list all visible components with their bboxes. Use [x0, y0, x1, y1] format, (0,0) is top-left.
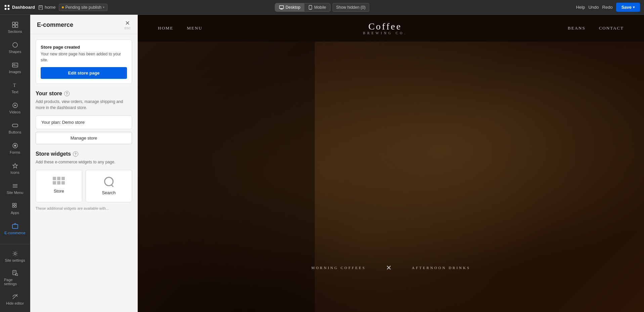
icons-label: Icons — [10, 170, 19, 174]
menu-icon — [12, 183, 18, 189]
page-breadcrumb[interactable]: home — [38, 5, 56, 10]
undo-button[interactable]: Undo — [588, 5, 599, 10]
preview-iframe[interactable]: HOME MENU Coffee BREWING CO. BEANS CONTA… — [138, 15, 644, 312]
store-widget-card[interactable]: Store — [36, 170, 82, 202]
sidebar-item-buttons[interactable]: Buttons — [2, 119, 28, 138]
plan-box: Your plan: Demo store — [36, 115, 132, 129]
sidebar-bottom: Site settings Page settings Hide editor — [0, 244, 30, 309]
site-logo-sub: BREWING CO. — [363, 31, 407, 35]
nav-home[interactable]: HOME — [158, 25, 173, 31]
esc-label: ESC — [124, 27, 131, 30]
sidebar-item-site-settings[interactable]: Site settings — [2, 247, 28, 266]
your-store-help-icon[interactable]: ? — [64, 91, 70, 96]
sidebar-item-text[interactable]: T Text — [2, 79, 28, 97]
nav-contact[interactable]: CONTACT — [599, 25, 624, 31]
desktop-button[interactable]: Desktop — [275, 3, 304, 11]
svg-rect-31 — [12, 206, 14, 207]
store-widgets-help-icon[interactable]: ? — [73, 151, 78, 157]
store-widgets-title: Store widgets ? — [36, 151, 132, 157]
page-name: home — [45, 5, 56, 10]
site-hero: MORNING COFFEES ✕ AFTERNOON DRINKS — [138, 42, 644, 312]
sidebar-item-sections[interactable]: Sections — [2, 18, 28, 37]
sidebar-item-site-menu[interactable]: Site Menu — [2, 179, 28, 198]
show-hidden-button[interactable]: Show hidden (0) — [333, 3, 369, 12]
svg-rect-1 — [8, 5, 9, 6]
svg-rect-7 — [280, 5, 284, 8]
save-label: Save — [621, 5, 632, 10]
svg-rect-15 — [12, 25, 15, 28]
panel-header: E-commerce ✕ ESC — [30, 15, 137, 34]
sidebar-item-page-settings[interactable]: Page settings — [2, 266, 28, 289]
notice-title: Store page created — [41, 45, 127, 50]
nav-menu[interactable]: MENU — [187, 25, 202, 31]
buttons-icon — [12, 122, 18, 129]
page-settings-label: Page settings — [4, 278, 26, 286]
svg-rect-23 — [12, 124, 18, 127]
svg-rect-3 — [8, 8, 9, 9]
apps-label: Apps — [11, 211, 19, 215]
pending-chevron-icon: ▾ — [103, 5, 104, 9]
svg-rect-16 — [15, 25, 18, 28]
site-preview-area: HOME MENU Coffee BREWING CO. BEANS CONTA… — [138, 15, 644, 312]
sidebar-item-videos[interactable]: Videos — [2, 99, 28, 117]
svg-point-12 — [310, 8, 311, 9]
site-nav-right: BEANS CONTACT — [568, 25, 624, 31]
hide-icon — [12, 293, 18, 300]
sidebar-item-shapes[interactable]: Shapes — [2, 38, 28, 57]
images-icon — [12, 62, 18, 68]
search-widget-card[interactable]: Search — [86, 170, 132, 202]
svg-rect-13 — [12, 22, 15, 24]
site-logo-main: Coffee — [363, 22, 407, 31]
panel-body: Store page created Your new store page h… — [30, 34, 137, 217]
tab-morning[interactable]: MORNING COFFEES — [311, 266, 366, 270]
hide-editor-label: Hide editor — [6, 301, 24, 305]
svg-rect-33 — [12, 224, 18, 228]
sidebar-item-icons[interactable]: Icons — [2, 159, 28, 178]
nav-beans[interactable]: BEANS — [568, 25, 586, 31]
svg-rect-2 — [5, 8, 6, 9]
sidebar-item-apps[interactable]: Apps — [2, 199, 28, 218]
icons-icon — [12, 162, 18, 169]
close-icon: ✕ — [125, 20, 130, 26]
hero-tabs: MORNING COFFEES ✕ AFTERNOON DRINKS — [138, 264, 644, 272]
sidebar-item-forms[interactable]: Forms — [2, 139, 28, 158]
help-button[interactable]: Help — [576, 5, 585, 10]
page-settings-icon — [12, 270, 18, 276]
edit-store-button[interactable]: Edit store page — [41, 67, 127, 79]
svg-point-38 — [15, 273, 17, 276]
panel-footer-text: These additional widgets are available w… — [36, 206, 132, 211]
your-store-title: Your store ? — [36, 91, 132, 97]
dashboard-button[interactable]: Dashboard — [4, 4, 35, 10]
text-icon: T — [12, 82, 18, 89]
pending-status[interactable]: Pending site publish ▾ — [59, 4, 107, 11]
videos-label: Videos — [9, 110, 20, 114]
tab-afternoon[interactable]: AFTERNOON DRINKS — [412, 266, 470, 270]
sidebar-item-ecommerce[interactable]: E-commerce — [2, 219, 28, 238]
sidebar-item-images[interactable]: Images — [2, 58, 28, 77]
close-button[interactable]: ✕ ESC — [124, 20, 131, 30]
svg-rect-32 — [15, 206, 16, 207]
text-label: Text — [11, 90, 18, 94]
search-widget-icon — [104, 177, 114, 186]
mobile-button[interactable]: Mobile — [304, 3, 330, 11]
svg-point-25 — [14, 145, 16, 147]
dashboard-label: Dashboard — [12, 5, 35, 10]
notice-text: Your new store page has been added to yo… — [41, 51, 127, 63]
ecommerce-label: E-commerce — [4, 231, 25, 235]
sidebar-spacer — [0, 239, 30, 244]
your-store-desc: Add products, view orders, manage shippi… — [36, 99, 132, 111]
apps-icon — [12, 203, 18, 209]
manage-store-button[interactable]: Manage store — [36, 132, 132, 144]
svg-rect-14 — [15, 22, 18, 24]
svg-point-17 — [13, 43, 17, 47]
sidebar-item-hide-editor[interactable]: Hide editor — [2, 290, 28, 309]
sidebar: Sections Shapes Images T Text — [0, 15, 30, 312]
redo-button[interactable]: Redo — [602, 5, 613, 10]
svg-rect-29 — [12, 203, 14, 205]
save-button[interactable]: Save ▾ — [616, 3, 640, 12]
topbar-left: Dashboard home Pending site publish ▾ — [4, 4, 272, 11]
shapes-label: Shapes — [9, 50, 21, 54]
topbar-right: Help Undo Redo Save ▾ — [372, 3, 640, 12]
topbar: Dashboard home Pending site publish ▾ — [0, 0, 644, 15]
site-logo: Coffee BREWING CO. — [363, 22, 407, 35]
